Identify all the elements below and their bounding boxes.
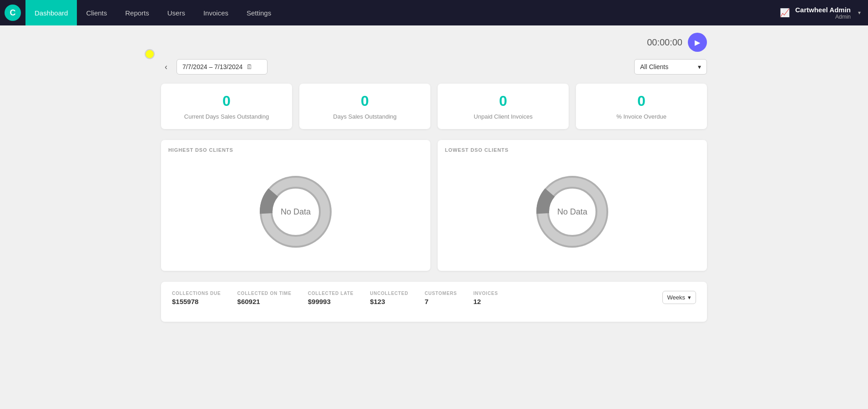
stat-label-dso: Days Sales Outstanding — [307, 113, 423, 120]
stat-card-overdue: 0 % Invoice Overdue — [576, 84, 707, 129]
bottom-stat-collected-ontime: COLLECTED ON TIME $60921 — [237, 291, 292, 305]
weeks-dropdown-label: Weeks — [667, 294, 686, 301]
timer-display: 00:00:00 — [647, 37, 682, 48]
uncollected-label: UNCOLLECTED — [370, 291, 408, 296]
stat-value-current-dso: 0 — [168, 93, 285, 110]
nav-right: 📈 Cartwheel Admin Admin ▾ — [780, 6, 868, 20]
nav-item-dashboard[interactable]: Dashboard — [25, 0, 77, 25]
bottom-stat-collections-due: COLLECTIONS DUE $155978 — [172, 291, 221, 305]
bottom-stat-customers: CUSTOMERS 7 — [425, 291, 457, 305]
collections-due-label: COLLECTIONS DUE — [172, 291, 221, 296]
lowest-dso-donut: No Data — [531, 171, 613, 253]
clients-dropdown-label: All Clients — [640, 63, 668, 70]
nav-item-settings[interactable]: Settings — [237, 0, 280, 25]
nav-user-name: Cartwheel Admin — [795, 6, 851, 14]
stat-card-dso: 0 Days Sales Outstanding — [299, 84, 430, 129]
bottom-stat-collected-late: COLLECTED LATE $99993 — [308, 291, 353, 305]
timer-play-button[interactable]: ▶ — [688, 33, 707, 52]
customers-label: CUSTOMERS — [425, 291, 457, 296]
date-range-picker[interactable]: 7/7/2024 – 7/13/2024 🗓 — [177, 59, 267, 75]
clients-dropdown-chevron-icon: ▾ — [698, 63, 701, 70]
filters-row: ‹ 7/7/2024 – 7/13/2024 🗓 All Clients ▾ — [161, 36, 707, 75]
highest-dso-donut: No Data — [255, 171, 337, 253]
stat-label-current-dso: Current Days Sales Outstanding — [168, 113, 285, 120]
stat-value-dso: 0 — [307, 93, 423, 110]
navbar: C Dashboard Clients Reports Users Invoic… — [0, 0, 868, 25]
stat-label-overdue: % Invoice Overdue — [583, 113, 700, 120]
collected-ontime-label: COLLECTED ON TIME — [237, 291, 292, 296]
date-prev-button[interactable]: ‹ — [161, 60, 171, 74]
lowest-dso-no-data-label: No Data — [557, 207, 587, 217]
customers-value: 7 — [425, 298, 457, 305]
nav-logo[interactable]: C — [0, 0, 25, 25]
collected-late-label: COLLECTED LATE — [308, 291, 353, 296]
stat-label-unpaid: Unpaid Client Invoices — [445, 113, 561, 120]
highest-dso-card: HIGHEST DSO CLIENTS No Data — [161, 140, 430, 271]
weeks-dropdown-chevron-icon: ▾ — [688, 294, 691, 301]
nav-user-chevron-icon: ▾ — [858, 10, 861, 16]
nav-items: Dashboard Clients Reports Users Invoices… — [25, 0, 780, 25]
dso-row: HIGHEST DSO CLIENTS No Data LOWEST DSO C… — [161, 140, 707, 271]
stat-card-current-dso: 0 Current Days Sales Outstanding — [161, 84, 292, 129]
bottom-stat-invoices: INVOICES 12 — [473, 291, 498, 305]
lowest-dso-card: LOWEST DSO CLIENTS No Data — [438, 140, 707, 271]
highest-dso-no-data-label: No Data — [281, 207, 311, 217]
bottom-card-header: COLLECTIONS DUE $155978 COLLECTED ON TIM… — [172, 291, 696, 305]
stat-card-unpaid: 0 Unpaid Client Invoices — [438, 84, 569, 129]
bottom-stats: COLLECTIONS DUE $155978 COLLECTED ON TIM… — [172, 291, 498, 305]
nav-user-menu[interactable]: Cartwheel Admin Admin — [795, 6, 851, 20]
date-range-text: 7/7/2024 – 7/13/2024 — [182, 63, 242, 70]
play-icon: ▶ — [695, 38, 700, 47]
weeks-dropdown[interactable]: Weeks ▾ — [662, 291, 696, 304]
nav-item-reports[interactable]: Reports — [116, 0, 158, 25]
highest-dso-chart: No Data — [161, 153, 430, 271]
nav-item-users[interactable]: Users — [158, 0, 194, 25]
stats-row: 0 Current Days Sales Outstanding 0 Days … — [161, 84, 707, 129]
collections-due-value: $155978 — [172, 298, 221, 305]
logo-icon: C — [5, 5, 21, 21]
stat-value-overdue: 0 — [583, 93, 700, 110]
invoices-value: 12 — [473, 298, 498, 305]
analytics-icon: 📈 — [780, 8, 790, 18]
collected-late-value: $99993 — [308, 298, 353, 305]
stat-value-unpaid: 0 — [445, 93, 561, 110]
nav-item-invoices[interactable]: Invoices — [194, 0, 237, 25]
collected-ontime-value: $60921 — [237, 298, 292, 305]
nav-user-role: Admin — [795, 14, 851, 20]
timer-area: 00:00:00 ▶ — [647, 33, 707, 52]
invoices-label: INVOICES — [473, 291, 498, 296]
calendar-icon: 🗓 — [246, 63, 252, 70]
uncollected-value: $123 — [370, 298, 408, 305]
nav-item-clients[interactable]: Clients — [77, 0, 116, 25]
main-content: 00:00:00 ▶ ‹ 7/7/2024 – 7/13/2024 🗓 All … — [161, 25, 707, 344]
bottom-stat-uncollected: UNCOLLECTED $123 — [370, 291, 408, 305]
lowest-dso-title: LOWEST DSO CLIENTS — [438, 140, 707, 153]
highest-dso-title: HIGHEST DSO CLIENTS — [161, 140, 430, 153]
bottom-stats-card: COLLECTIONS DUE $155978 COLLECTED ON TIM… — [161, 282, 707, 322]
clients-dropdown[interactable]: All Clients ▾ — [634, 59, 707, 75]
lowest-dso-chart: No Data — [438, 153, 707, 271]
